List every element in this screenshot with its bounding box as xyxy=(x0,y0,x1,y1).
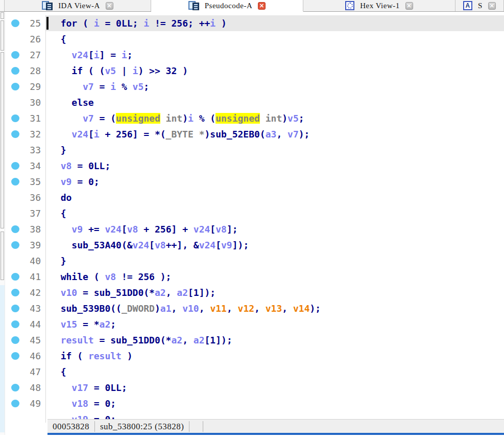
line-number: 41 xyxy=(30,271,41,282)
token-code: (( xyxy=(110,303,122,314)
code-text[interactable]: v24[i + 256] = *(_BYTE *)sub_52EB0(a3, v… xyxy=(45,126,504,142)
breakpoint-dot[interactable] xyxy=(11,289,19,296)
code-text[interactable]: v18 = 0; xyxy=(45,396,504,411)
tab-pseudocode-a[interactable]: Pseudocode-A× xyxy=(151,0,303,12)
code-text[interactable]: v24[i] = i; xyxy=(45,47,504,63)
token-code: = xyxy=(77,287,94,298)
code-text[interactable]: v17 = 0LL; xyxy=(45,380,504,396)
code-text[interactable]: while ( v8 != 256 ); xyxy=(45,269,504,285)
breakpoint-dot[interactable] xyxy=(11,67,19,75)
breakpoint-dot[interactable] xyxy=(11,273,19,281)
code-line: 31 v7 = (unsigned int)i % (unsigned int)… xyxy=(5,110,504,126)
code-text[interactable]: if ( (v5 | i) >> 32 ) xyxy=(45,63,504,79)
breakpoint-dot[interactable] xyxy=(11,162,19,170)
dock-edge-highlight xyxy=(0,285,5,432)
line-number: 45 xyxy=(30,335,41,345)
token-code: { xyxy=(61,34,66,44)
token-variable: v8 xyxy=(61,160,72,171)
token-variable: v24 xyxy=(194,224,210,235)
dock-edge xyxy=(0,12,5,435)
line-number-gutter: 31 xyxy=(5,110,45,126)
token-code: if ( xyxy=(61,351,88,361)
token-search-highlight: unsigned xyxy=(215,113,260,124)
code-line: 25 for ( i = 0LL; i != 256; ++i ) xyxy=(5,15,504,31)
breakpoint-dot[interactable] xyxy=(11,178,19,186)
token-type: int xyxy=(260,113,282,124)
breakpoint-dot[interactable] xyxy=(11,130,19,138)
code-text[interactable]: if ( result ) xyxy=(45,348,504,364)
line-number-gutter: 47 xyxy=(5,364,45,380)
token-variable: v13 xyxy=(266,303,282,314)
token-code: = 0LL; xyxy=(71,160,110,171)
breakpoint-dot[interactable] xyxy=(11,352,19,360)
code-text[interactable]: do xyxy=(45,190,504,205)
token-code: % ( xyxy=(194,113,215,124)
code-text[interactable]: { xyxy=(45,31,504,47)
tab-close-button[interactable]: × xyxy=(488,2,496,10)
tab-s[interactable]: AS× xyxy=(455,0,504,11)
line-number-gutter: 44 xyxy=(5,316,45,332)
breakpoint-dot[interactable] xyxy=(11,83,19,90)
code-text[interactable]: v7 = (unsigned int)i % (unsigned int)v5; xyxy=(45,110,504,126)
token-code: ) xyxy=(122,351,133,361)
tab-close-button[interactable]: × xyxy=(106,2,113,10)
code-line: 45 result = sub_51DD0(*a2, a2[1]); xyxy=(5,332,504,348)
token-code: } xyxy=(61,256,66,266)
token-code: , xyxy=(199,303,210,314)
code-line: 46 if ( result ) xyxy=(5,348,504,364)
code-text[interactable]: v10 = sub_51DD0(*a2, a2[1]); xyxy=(45,285,504,301)
token-variable: a2 xyxy=(155,287,166,298)
token-variable: v12 xyxy=(238,303,255,314)
token-variable: v9 xyxy=(71,224,83,235)
breakpoint-dot[interactable] xyxy=(11,384,19,391)
breakpoint-dot[interactable] xyxy=(11,19,19,27)
pseudocode-view: 25 for ( i = 0LL; i != 256; ++i )26 {27 … xyxy=(5,12,504,423)
token-code: } xyxy=(61,145,66,155)
line-number-gutter: 25 xyxy=(5,15,45,31)
breakpoint-dot[interactable] xyxy=(11,336,19,344)
code-text[interactable]: for ( i = 0LL; i != 256; ++i ) xyxy=(45,15,504,31)
code-text[interactable]: } xyxy=(45,142,504,158)
token-code: ++], & xyxy=(166,240,199,250)
token-code: = 0LL; xyxy=(100,18,144,29)
token-code: [ xyxy=(149,240,155,250)
code-text[interactable]: { xyxy=(45,364,504,380)
tab-hex-view-1[interactable]: Hex View-1× xyxy=(303,0,455,11)
line-number-gutter: 40 xyxy=(5,253,45,269)
token-code: ; xyxy=(143,81,149,92)
code-text[interactable]: sub_539B0((_DWORD)a1, v10, v11, v12, v13… xyxy=(45,301,504,316)
code-line: 34 v8 = 0LL; xyxy=(5,158,504,174)
token-code: ) xyxy=(204,129,210,140)
token-search-highlight: unsigned xyxy=(116,113,160,124)
code-text[interactable]: v7 = i % v5; xyxy=(45,79,504,95)
breakpoint-dot[interactable] xyxy=(11,241,19,249)
code-text[interactable]: v9 += v24[v8 + 256] + v24[v8]; xyxy=(45,221,504,237)
code-line: 47 { xyxy=(5,364,504,380)
code-text[interactable]: { xyxy=(45,205,504,221)
breakpoint-dot[interactable] xyxy=(11,51,19,59)
text-cursor xyxy=(46,17,49,30)
line-number-gutter: 30 xyxy=(5,95,45,110)
token-variable: v9 xyxy=(221,240,232,250)
letter-a-icon: A xyxy=(463,1,472,10)
token-code: ]; xyxy=(227,224,238,235)
code-text[interactable]: sub_53A40(&v24[v8++], &v24[v9]); xyxy=(45,237,504,253)
tab-close-button[interactable]: × xyxy=(258,2,266,10)
code-text[interactable]: else xyxy=(45,95,504,110)
token-code: ; xyxy=(110,319,116,330)
breakpoint-dot[interactable] xyxy=(11,400,19,407)
code-text[interactable]: result = sub_51DD0(*a2, a2[1]); xyxy=(45,332,504,348)
code-text[interactable]: } xyxy=(45,253,504,269)
code-text[interactable]: v15 = *a2; xyxy=(45,316,504,332)
token-variable: v7 xyxy=(287,129,299,140)
breakpoint-dot[interactable] xyxy=(11,225,19,233)
code-text[interactable]: v9 = 0; xyxy=(45,174,504,190)
token-variable: v11 xyxy=(210,303,227,314)
breakpoint-dot[interactable] xyxy=(11,114,19,122)
breakpoint-dot[interactable] xyxy=(11,320,19,328)
code-text[interactable]: v8 = 0LL; xyxy=(45,158,504,174)
breakpoint-dot[interactable] xyxy=(11,305,19,312)
tab-close-button[interactable]: × xyxy=(405,2,413,10)
tab-ida-view-a[interactable]: IDA View-A× xyxy=(4,0,151,11)
token-variable: v24 xyxy=(71,50,88,60)
